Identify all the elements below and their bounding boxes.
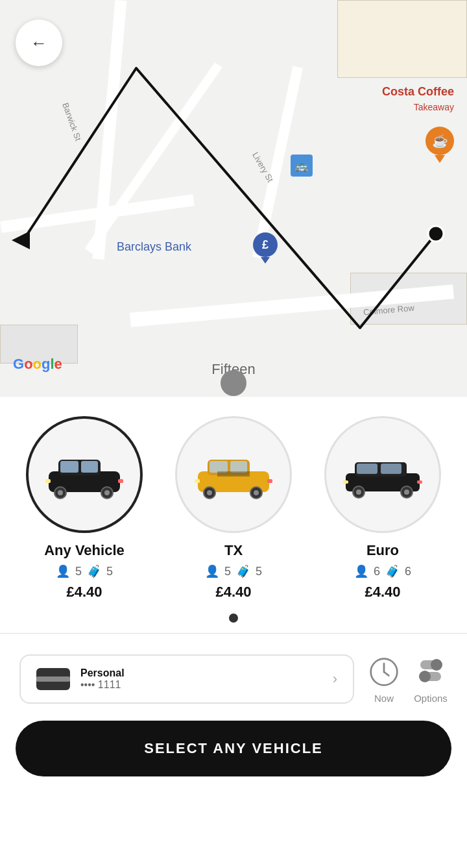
svg-rect-14 — [210, 461, 228, 473]
vehicle-name-tx: TX — [224, 542, 243, 559]
card-number: •••• 1111 — [80, 679, 322, 691]
vehicle-circle-euro — [324, 416, 441, 533]
options-button[interactable]: Options — [414, 655, 448, 704]
luggage-icon-euro: 🧳 — [385, 564, 400, 578]
svg-rect-15 — [230, 461, 247, 473]
vehicle-name-any: Any Vehicle — [44, 542, 125, 559]
barclays-pin: £ — [253, 232, 278, 262]
luggage-count-any: 5 — [106, 565, 113, 578]
svg-point-28 — [356, 490, 361, 495]
vehicle-image-euro — [341, 449, 425, 501]
options-label: Options — [414, 693, 448, 704]
barclays-label: Barclays Bank — [117, 240, 191, 254]
google-logo: Google — [13, 356, 62, 373]
vehicle-circle-any — [26, 416, 143, 533]
vehicle-price-any: £4.40 — [66, 584, 102, 601]
svg-rect-4 — [60, 461, 78, 473]
svg-rect-5 — [81, 461, 98, 473]
svg-rect-25 — [357, 464, 377, 474]
map-view: Barwick St Livery St Colmore Row Costa C… — [0, 0, 467, 396]
luggage-icon-any: 🧳 — [87, 564, 101, 578]
vehicle-price-tx: £4.40 — [215, 584, 251, 601]
svg-point-17 — [207, 490, 212, 495]
credit-card-icon — [36, 668, 70, 690]
svg-rect-26 — [381, 464, 401, 474]
back-button[interactable]: ← — [16, 19, 62, 66]
options-icon — [414, 655, 448, 689]
vehicle-name-euro: Euro — [366, 542, 399, 559]
vehicle-image-tx — [191, 449, 276, 501]
passenger-count-euro: 6 — [374, 565, 380, 578]
select-vehicle-button[interactable]: SELECT ANY VEHICLE — [16, 721, 451, 776]
now-button[interactable]: Now — [367, 655, 401, 704]
payment-card-selector[interactable]: Personal •••• 1111 › — [19, 654, 354, 704]
svg-rect-31 — [343, 480, 348, 484]
svg-rect-10 — [45, 479, 51, 483]
now-label: Now — [374, 693, 394, 704]
clock-icon — [367, 655, 401, 689]
svg-rect-32 — [417, 480, 422, 484]
luggage-icon-tx: 🧳 — [236, 564, 250, 578]
pagination-dot-1 — [229, 614, 238, 623]
bottom-controls: Personal •••• 1111 › Now — [0, 644, 467, 714]
costa-coffee-pin: ☕ — [425, 127, 454, 162]
svg-point-19 — [254, 490, 259, 495]
vehicle-pagination — [0, 614, 467, 623]
person-icon-euro: 👤 — [354, 564, 368, 578]
person-icon-tx: 👤 — [205, 564, 219, 578]
card-info: Personal •••• 1111 — [80, 667, 322, 691]
svg-point-9 — [104, 490, 110, 495]
vehicle-price-euro: £4.40 — [365, 584, 400, 601]
chevron-right-icon: › — [333, 671, 337, 688]
passenger-count-any: 5 — [75, 565, 82, 578]
panel-divider — [0, 633, 467, 634]
luggage-count-euro: 6 — [405, 565, 411, 578]
card-type: Personal — [80, 667, 322, 679]
svg-rect-20 — [195, 479, 200, 483]
vehicle-item-tx[interactable]: TX 👤 5 🧳 5 £4.40 — [162, 416, 305, 601]
vehicle-list: Any Vehicle 👤 5 🧳 5 £4.40 — [0, 416, 467, 601]
svg-point-7 — [58, 490, 63, 495]
vehicle-item-euro[interactable]: Euro 👤 6 🧳 6 £4.40 — [311, 416, 454, 601]
vehicle-circle-tx — [175, 416, 292, 533]
vehicle-selection-panel: Any Vehicle 👤 5 🧳 5 £4.40 — [0, 396, 467, 802]
svg-rect-21 — [267, 479, 272, 483]
luggage-count-tx: 5 — [256, 565, 262, 578]
vehicle-stats-tx: 👤 5 🧳 5 — [205, 564, 262, 578]
bus-stop-pin: 🚌 — [291, 155, 313, 177]
vehicle-stats-euro: 👤 6 🧳 6 — [354, 564, 411, 578]
back-arrow-icon: ← — [30, 33, 47, 53]
building-block — [337, 0, 467, 78]
svg-point-30 — [404, 490, 409, 495]
passenger-count-tx: 5 — [224, 565, 231, 578]
person-icon-any: 👤 — [56, 564, 70, 578]
svg-line-35 — [384, 672, 389, 676]
svg-rect-22 — [217, 471, 250, 477]
vehicle-image-any — [42, 449, 126, 501]
vehicle-item-any[interactable]: Any Vehicle 👤 5 🧳 5 £4.40 — [13, 416, 156, 601]
svg-rect-11 — [118, 479, 123, 483]
costa-coffee-label: Costa Coffee Takeaway — [382, 84, 454, 115]
vehicle-stats-any: 👤 5 🧳 5 — [56, 564, 113, 578]
fifteen-avatar — [221, 370, 246, 396]
